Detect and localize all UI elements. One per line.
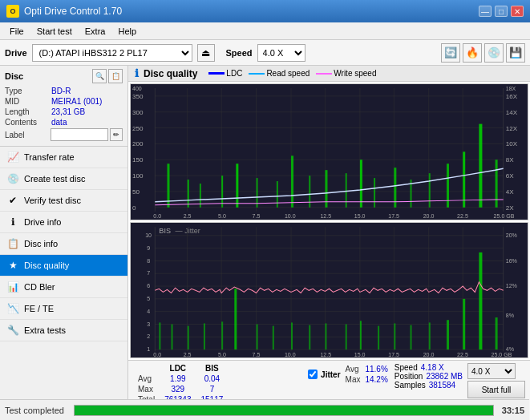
nav-drive-info-label: Drive info (24, 217, 61, 227)
drive-select[interactable]: (D:) ATAPI iHBS312 2 PL17 (32, 44, 192, 62)
disc-icon-1[interactable]: 🔍 (92, 69, 107, 83)
svg-text:16%: 16% (506, 256, 518, 264)
disc-label-label: Label (5, 131, 51, 139)
chart-speed-select[interactable]: 4.0 X (467, 363, 516, 379)
speed-label: Speed (226, 48, 253, 58)
nav-fe-te[interactable]: 📉 FE / TE (0, 298, 127, 320)
svg-rect-23 (221, 176, 223, 208)
svg-rect-107 (394, 323, 395, 349)
menu-start-test[interactable]: Start test (30, 25, 79, 38)
app-title: Opti Drive Control 1.70 (24, 6, 122, 17)
nav-create-test-disc[interactable]: 💿 Create test disc (0, 168, 127, 190)
jitter-avg: 11.6% (362, 365, 387, 374)
svg-text:400: 400 (132, 86, 142, 91)
status-time: 33:15 (502, 406, 524, 415)
legend-read-label: Read speed (266, 69, 310, 78)
disc-title: Disc (5, 71, 23, 81)
disc-label-input[interactable] (51, 128, 108, 141)
svg-text:100: 100 (132, 172, 144, 180)
svg-text:17.5: 17.5 (388, 213, 399, 219)
svg-text:8: 8 (147, 256, 150, 264)
disc-type-label: Type (5, 87, 51, 95)
nav-cd-bler[interactable]: 📊 CD Bler (0, 277, 127, 298)
svg-rect-35 (429, 173, 431, 208)
toolbar-icons: 🔄 🔥 💿 💾 (441, 43, 525, 63)
svg-text:300: 300 (132, 109, 144, 116)
menu-extra[interactable]: Extra (79, 25, 112, 38)
disc-contents-row: Contents data (5, 118, 123, 127)
svg-text:10X: 10X (506, 140, 518, 147)
legend-write-color (316, 73, 332, 75)
title-bar-left: O Opti Drive Control 1.70 (6, 5, 122, 18)
transfer-rate-icon: 📈 (6, 151, 19, 164)
chart-title: Disc quality (144, 68, 197, 79)
save-button[interactable]: 💾 (506, 43, 525, 63)
title-controls: — □ ✕ (479, 6, 524, 17)
avg-label: Avg (133, 374, 160, 384)
svg-text:12.5: 12.5 (320, 350, 331, 357)
svg-rect-94 (172, 324, 173, 349)
jitter-checkbox[interactable] (308, 370, 318, 379)
svg-text:25.0 GB: 25.0 GB (494, 213, 515, 219)
bottom-status-bar: Test completed 33:15 (0, 399, 529, 420)
nav-verify-test-disc[interactable]: ✔ Verify test disc (0, 190, 127, 212)
nav-transfer-rate-label: Transfer rate (24, 152, 75, 162)
legend-write-label: Write speed (334, 69, 376, 78)
nav-transfer-rate[interactable]: 📈 Transfer rate (0, 147, 127, 168)
legend-ldc-color (208, 72, 225, 75)
disc-button[interactable]: 💿 (484, 43, 504, 63)
progress-bar-fill (75, 406, 493, 415)
svg-rect-38 (479, 124, 482, 208)
status-text: Test completed (5, 406, 69, 415)
drive-toolbar: Drive (D:) ATAPI iHBS312 2 PL17 ⏏ Speed … (0, 40, 530, 66)
jitter-max: 14.2% (362, 375, 387, 384)
disc-length-value: 23,31 GB (51, 107, 123, 116)
legend-ldc-label: LDC (226, 69, 242, 78)
close-button[interactable]: ✕ (511, 6, 524, 17)
svg-text:20%: 20% (506, 231, 518, 238)
start-full-button[interactable]: Start full (467, 381, 525, 398)
nav-disc-info[interactable]: 📋 Disc info (0, 233, 127, 255)
samples-value: 381584 (429, 381, 455, 390)
minimize-button[interactable]: — (479, 6, 492, 17)
eject-button[interactable]: ⏏ (197, 44, 215, 62)
extra-tests-icon: 🔧 (6, 324, 19, 337)
svg-text:2.5: 2.5 (184, 350, 192, 357)
nav-disc-quality[interactable]: ★ Disc quality (0, 255, 127, 277)
svg-rect-105 (360, 321, 362, 349)
svg-text:50: 50 (132, 188, 140, 196)
menu-file[interactable]: File (3, 25, 30, 38)
position-label: Position (394, 372, 423, 381)
speed-select[interactable]: 4.0 X (257, 44, 305, 62)
nav-drive-info[interactable]: ℹ Drive info (0, 212, 127, 233)
svg-rect-108 (411, 325, 412, 349)
nav-extra-tests-label: Extra tests (24, 325, 66, 335)
jitter-section: Jitter Avg 11.6% Max 14.2% (308, 363, 390, 386)
charts-container: 0 50 100 150 200 250 300 350 400 2X 4X 6… (128, 82, 530, 360)
nav-extra-tests[interactable]: 🔧 Extra tests (0, 320, 127, 341)
max-bis: 7 (196, 384, 229, 394)
maximize-button[interactable]: □ (495, 6, 508, 17)
disc-type-row: Type BD-R (5, 87, 123, 95)
chart-header: ℹ Disc quality LDC Read speed Write spee… (128, 66, 530, 82)
menu-help[interactable]: Help (111, 25, 143, 38)
svg-text:7.5: 7.5 (253, 350, 261, 357)
disc-icon-2[interactable]: 📋 (108, 69, 123, 83)
disc-contents-value: data (51, 118, 123, 127)
speed-info-section: Speed 4.18 X Position 23862 MB Samples 3… (394, 363, 463, 390)
svg-rect-93 (159, 322, 160, 349)
svg-text:22.5: 22.5 (457, 350, 468, 357)
svg-rect-110 (447, 320, 449, 349)
disc-length-row: Length 23,31 GB (5, 107, 123, 116)
legend-write-speed: Write speed (316, 69, 376, 78)
svg-text:15.0: 15.0 (354, 350, 366, 357)
title-bar: O Opti Drive Control 1.70 — □ ✕ (0, 0, 530, 22)
svg-text:16X: 16X (506, 93, 518, 100)
burn-button[interactable]: 🔥 (463, 43, 482, 63)
svg-text:14X: 14X (506, 109, 518, 116)
refresh-button[interactable]: 🔄 (441, 43, 460, 63)
max-ldc: 329 (160, 384, 196, 394)
samples-label: Samples (394, 381, 426, 390)
samples-row: Samples 381584 (394, 381, 463, 390)
label-edit-button[interactable]: ✏ (110, 128, 123, 141)
